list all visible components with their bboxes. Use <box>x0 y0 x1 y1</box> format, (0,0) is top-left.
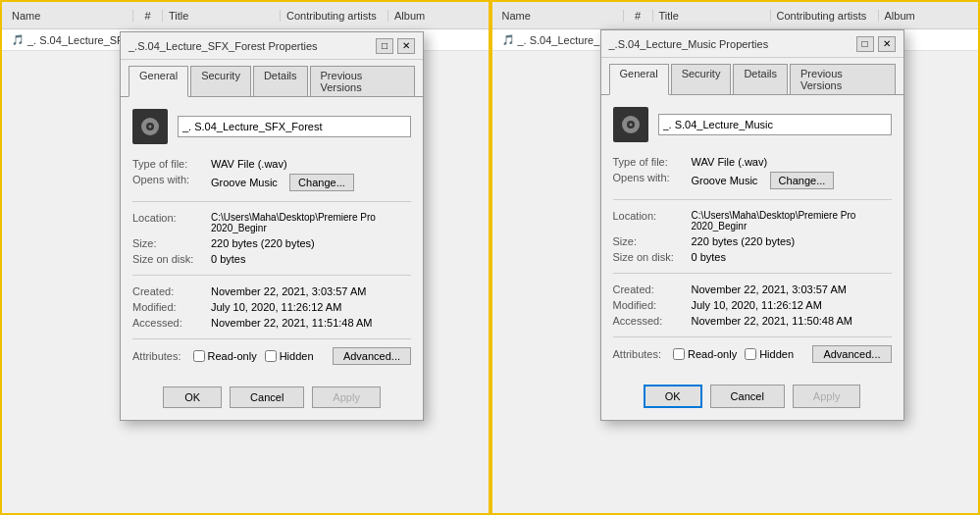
right-dialog-body: Type of file: WAV File (.wav) Opens with… <box>601 94 903 375</box>
right-opens-value: Groove Music Change... <box>692 170 892 191</box>
right-location-table: Location: C:\Users\Maha\Desktop\Premiere… <box>613 208 892 265</box>
right-created-row: Created: November 22, 2021, 3:03:57 AM <box>613 282 892 297</box>
left-apply-button[interactable]: Apply <box>312 386 381 408</box>
right-type-label: Type of file: <box>613 154 692 170</box>
left-tab-previous-versions[interactable]: Previous Versions <box>310 66 415 96</box>
right-size-label: Size: <box>613 233 692 249</box>
left-created-row: Created: November 22, 2021, 3:03:57 AM <box>132 283 411 299</box>
right-divider-3 <box>613 336 892 337</box>
right-panel-header: Name # Title Contributing artists Album <box>492 2 979 29</box>
right-file-name-input[interactable] <box>658 114 892 135</box>
left-readonly-label: Read-only <box>208 350 257 362</box>
left-advanced-button[interactable]: Advanced... <box>333 347 411 365</box>
right-hidden-checkbox[interactable]: Hidden <box>745 348 794 360</box>
right-accessed-label: Accessed: <box>613 313 692 329</box>
left-opens-row: Opens with: Groove Music Change... <box>132 172 411 193</box>
svg-point-5 <box>629 124 632 127</box>
right-accessed-value: November 22, 2021, 11:50:48 AM <box>692 313 892 329</box>
right-file-icon-row <box>613 107 892 142</box>
left-file-name-input[interactable] <box>178 116 411 137</box>
right-location-value: C:\Users\Maha\Desktop\Premiere Pro 2020_… <box>692 208 892 233</box>
file-icon-small: 🎵 <box>12 34 24 45</box>
right-size-disk-value: 0 bytes <box>692 249 892 265</box>
right-hidden-input[interactable] <box>745 348 756 360</box>
right-opens-label: Opens with: <box>613 170 692 191</box>
right-advanced-button[interactable]: Advanced... <box>812 345 891 363</box>
left-change-button[interactable]: Change... <box>289 174 354 191</box>
right-header-album: Album <box>879 10 975 22</box>
right-file-type-icon <box>613 107 648 142</box>
right-apply-button[interactable]: Apply <box>793 385 861 408</box>
left-hidden-checkbox[interactable]: Hidden <box>265 350 314 362</box>
left-accessed-value: November 22, 2021, 11:51:48 AM <box>211 315 411 331</box>
left-dialog: _.S.04_Lecture_SFX_Forest Properties □ ✕… <box>120 31 424 421</box>
right-cancel-button[interactable]: Cancel <box>710 385 785 408</box>
right-tab-previous-versions[interactable]: Previous Versions <box>790 64 895 94</box>
left-dialog-restore-button[interactable]: □ <box>376 38 393 54</box>
right-modified-row: Modified: July 10, 2020, 11:26:12 AM <box>613 297 892 313</box>
left-modified-label: Modified: <box>132 299 211 315</box>
left-dialog-close-button[interactable]: ✕ <box>397 38 415 54</box>
right-created-value: November 22, 2021, 3:03:57 AM <box>692 282 892 297</box>
right-file-icon-small: 🎵 <box>502 34 514 45</box>
left-type-value: WAV File (.wav) <box>211 156 411 172</box>
right-type-row: Type of file: WAV File (.wav) <box>613 154 892 170</box>
left-divider-2 <box>132 275 411 276</box>
right-readonly-input[interactable] <box>673 348 685 360</box>
left-file-name: 🎵 _. S.04_Lecture_SFX_... <box>6 34 133 46</box>
left-tab-general[interactable]: General <box>129 66 188 97</box>
left-size-disk-label: Size on disk: <box>132 251 211 267</box>
left-header-title: Title <box>163 10 281 22</box>
right-modified-label: Modified: <box>613 297 692 313</box>
left-header-name: Name <box>6 10 133 22</box>
left-accessed-row: Accessed: November 22, 2021, 11:51:48 AM <box>132 315 411 331</box>
right-attrs-row: Attributes: Read-only Hidden Advanced... <box>613 345 892 363</box>
right-dialog: _.S.04_Lecture_Music Properties □ ✕ Gene… <box>600 29 904 421</box>
left-dates-table: Created: November 22, 2021, 3:03:57 AM M… <box>132 283 411 331</box>
left-size-row: Size: 220 bytes (220 bytes) <box>132 235 411 251</box>
left-file-icon-row <box>132 109 411 144</box>
right-tab-general[interactable]: General <box>609 64 669 95</box>
right-readonly-checkbox[interactable]: Read-only <box>673 348 737 360</box>
left-tab-details[interactable]: Details <box>253 66 308 96</box>
right-dialog-titlebar: _.S.04_Lecture_Music Properties □ ✕ <box>601 30 903 58</box>
right-readonly-label: Read-only <box>688 348 737 360</box>
right-dialog-controls: □ ✕ <box>856 36 896 52</box>
left-dialog-body: Type of file: WAV File (.wav) Opens with… <box>121 96 423 377</box>
right-hidden-label: Hidden <box>759 348 794 360</box>
left-hidden-label: Hidden <box>280 350 314 362</box>
left-header-contributing: Contributing artists <box>281 10 388 22</box>
right-size-disk-label: Size on disk: <box>613 249 692 265</box>
right-dialog-restore-button[interactable]: □ <box>856 36 874 52</box>
right-divider-2 <box>613 273 892 274</box>
left-opens-value: Groove Music Change... <box>211 172 411 193</box>
right-dialog-tabs: General Security Details Previous Versio… <box>601 58 903 94</box>
left-tab-security[interactable]: Security <box>190 66 251 96</box>
right-header-num: # <box>624 10 653 22</box>
right-divider-1 <box>613 199 892 200</box>
right-dialog-close-button[interactable]: ✕ <box>878 36 896 52</box>
right-tab-details[interactable]: Details <box>733 64 788 94</box>
left-readonly-input[interactable] <box>193 350 205 362</box>
right-created-label: Created: <box>613 282 692 297</box>
right-change-button[interactable]: Change... <box>770 172 835 189</box>
left-attrs-label: Attributes: <box>132 350 181 362</box>
left-cancel-button[interactable]: Cancel <box>230 386 304 408</box>
left-divider-1 <box>132 201 411 202</box>
left-dialog-controls: □ ✕ <box>376 38 415 54</box>
right-type-value: WAV File (.wav) <box>692 154 892 170</box>
left-readonly-checkbox[interactable]: Read-only <box>193 350 257 362</box>
svg-point-2 <box>149 126 152 129</box>
left-ok-button[interactable]: OK <box>163 386 222 408</box>
left-size-value: 220 bytes (220 bytes) <box>211 235 411 251</box>
right-attrs-label: Attributes: <box>613 348 662 360</box>
left-dialog-title: _.S.04_Lecture_SFX_Forest Properties <box>129 40 318 52</box>
right-ok-button[interactable]: OK <box>644 385 702 408</box>
right-tab-security[interactable]: Security <box>671 64 732 94</box>
left-modified-row: Modified: July 10, 2020, 11:26:12 AM <box>132 299 411 315</box>
left-file-type-icon <box>132 109 168 144</box>
left-location-row: Location: C:\Users\Maha\Desktop\Premiere… <box>132 210 411 235</box>
right-panel: Name # Title Contributing artists Album … <box>490 0 981 515</box>
left-size-disk-value: 0 bytes <box>211 251 411 267</box>
left-hidden-input[interactable] <box>265 350 277 362</box>
